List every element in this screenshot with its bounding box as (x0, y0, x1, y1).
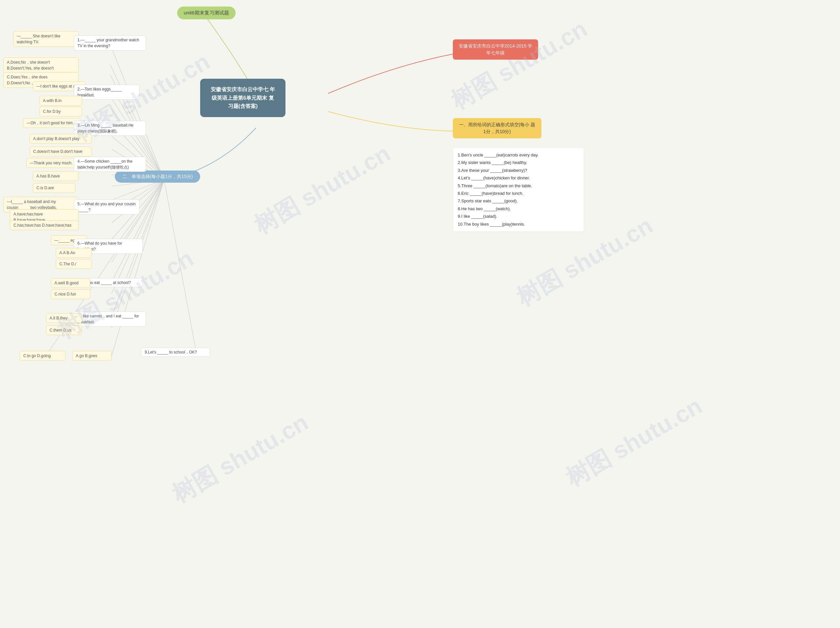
q1-intro: —_____ She doesn't like watching TV. (13, 31, 79, 47)
q5-stem: 5.—What do you and your cousin _____? (74, 199, 139, 214)
q7-opt-cd: C.nice D.fun (51, 289, 90, 299)
q8-opt-cd: C.them D.us (46, 325, 82, 335)
list-item: 1.Ben's uncle _____(eat)carrots every da… (458, 151, 579, 159)
list-item: 4.Let's _____(have)chicken for dinner. (458, 174, 579, 182)
right-yellow-section1: 一、用所给词的正确形式填空(每小 题1分，共10分) (453, 118, 542, 139)
q9-stem: 9.Let's _____ to school，OK? (141, 348, 210, 357)
q4-opt-cd: C.is D.are (33, 183, 76, 193)
q9-opt-cd: C.to go D.going (20, 351, 66, 361)
watermark-7: 树图 shutu.cn (166, 407, 314, 510)
list-item: 6.Eric _____(have)bread for lunch. (458, 190, 579, 197)
list-item: 9.I like _____(salad). (458, 212, 579, 220)
right-list-items: 1.Ben's uncle _____(eat)carrots every da… (453, 148, 584, 231)
svg-line-19 (112, 180, 164, 293)
q9-opt-ab: A.go B.goes (72, 351, 112, 361)
svg-line-12 (112, 180, 164, 200)
center-node: 安徽省安庆市白云中学七 年级英语上册第6单元期末 复习题(含答案) (200, 79, 286, 117)
list-item: 5.Three _____(tomato)are on the table. (458, 182, 579, 190)
q3-opt-cd: C.doesn't have D.don't have (30, 146, 92, 156)
right-red-node: 安徽省安庆市白云中学2014-2015 学年七年级 (453, 39, 538, 60)
list-item: 7.Sports star eats _____(good). (458, 197, 579, 205)
watermark-6: 树图 shutu.cn (560, 390, 708, 494)
q6-opt-ab: A.A B.An (56, 248, 92, 258)
list-item: 3.Are these your _____(strawberry)? (458, 167, 579, 174)
q1-opt-ab: A.Does;No，she doesn't B.Doesn't;Yes, she… (3, 57, 79, 73)
q2-opt-ab: A.with B.in (39, 96, 82, 105)
q4-opt-ab: A.has B.have (33, 171, 79, 181)
svg-line-24 (164, 180, 197, 356)
top-title-node: unit6期末复习测试题 (177, 6, 235, 19)
bottom-blue-section2: 二、单项选择(每小题1分，共15分) (115, 170, 200, 183)
q3-opt-ab: A.don't play B.doesn't play (30, 134, 92, 144)
q3-intro: —Oh，it isn't good for him. (23, 118, 81, 128)
q4-stem: 4.—Some chicken _____on the table;help y… (74, 157, 146, 172)
list-item: 10.The boy likes _____(play)tennis. (458, 220, 579, 228)
q6-opt-cd: C.The D./ (56, 259, 92, 269)
q8-stem: 8.I like carrots，and I eat _____ for bre… (74, 312, 146, 327)
watermark-2: 树图 shutu.cn (248, 138, 396, 241)
q5-opt-cd: C.has;have;has D.have;have;has (10, 220, 79, 230)
q7-opt-ab: A.well B.good (51, 278, 90, 288)
q1-stem: 1.—_____ your grandmother watch TV in th… (74, 35, 146, 50)
q2-opt-cd: C.for D.by (39, 107, 82, 116)
q2-stem: 2.—Tom likes eggs_____ breakfast. (74, 85, 139, 100)
list-item: 2.My sister wants _____(be) healthy. (458, 159, 579, 166)
svg-line-18 (112, 180, 164, 282)
list-item: 8.He has two _____(watch). (458, 205, 579, 212)
q8-opt-ab: A.it B.they (46, 313, 82, 323)
watermark-3: 树图 shutu.cn (445, 13, 593, 116)
